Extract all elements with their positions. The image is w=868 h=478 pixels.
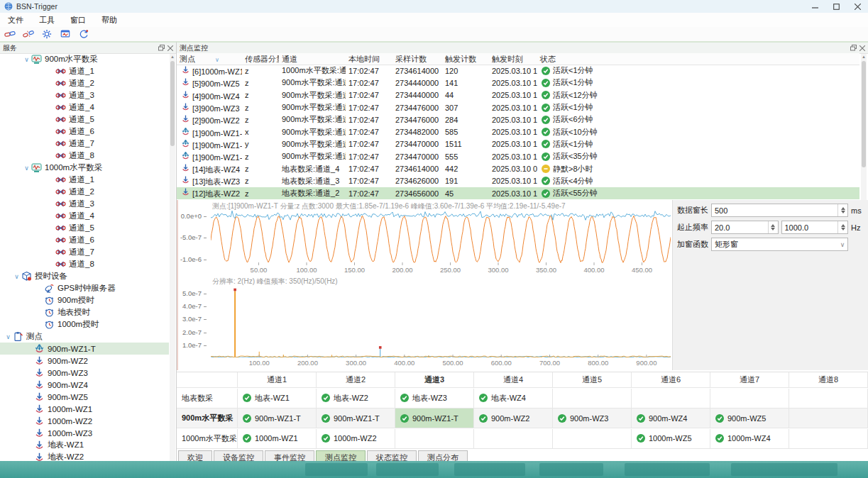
table-row[interactable]: [1]900m-WZ1-Tx900m水平数采:通道_117:02:4727344… [177,126,859,138]
column-header-触发计数[interactable]: 触发计数 [442,54,489,65]
table-row[interactable]: [4]900m-WZ4z900m水平数采:通道_617:02:472734440… [177,89,859,101]
tree-item-通道_8[interactable]: 通道_8 [0,150,169,162]
close-panel-icon[interactable] [167,45,173,51]
tree-item-通道_6[interactable]: 通道_6 [0,234,169,246]
expand-chevron-icon[interactable]: ∨ [22,165,31,172]
table-row[interactable]: [1]900m-WZ1-Tz900m水平数采:通道_317:02:4727344… [177,150,859,162]
grid-column-header-通道2[interactable]: 通道2 [317,372,395,388]
column-header-采样计数[interactable]: 采样计数 [392,54,442,65]
scroll-up-icon[interactable]: ▲ [170,54,175,60]
grid-cell[interactable]: 1000m-WZ5 [632,429,710,449]
scroll-up-icon[interactable]: ▲ [861,54,867,60]
table-row[interactable]: [6]1000m-WZ1z1000m水平数采:通道_117:02:4727346… [177,65,859,77]
grid-cell[interactable]: 900m-WZ3 [553,408,632,428]
table-row[interactable]: [13]地表-WZ3z地表数采:通道_317:02:47273462600019… [177,175,859,187]
tree-item-通道_4[interactable]: 通道_4 [0,210,169,222]
tree-item-通道_7[interactable]: 通道_7 [0,246,169,258]
table-row[interactable]: [2]900m-WZ2z900m水平数采:通道_417:02:472734476… [177,113,859,126]
grid-column-header-通道8[interactable]: 通道8 [789,372,868,388]
grid-cell[interactable]: 900m-WZ5 [710,408,789,428]
float-panel-icon[interactable] [158,45,165,51]
column-header-状态[interactable]: 状态 [537,54,850,65]
spinner-icon[interactable] [768,221,778,233]
tree-item-900m-WZ4[interactable]: 900m-WZ4 [0,379,169,391]
grid-column-header-通道5[interactable]: 通道5 [553,372,632,388]
tree-item-通道_5[interactable]: 通道_5 [0,113,169,126]
tree-item-900m-WZ2[interactable]: 900m-WZ2 [0,355,169,367]
grid-cell[interactable]: 1000m-WZ2 [317,429,395,449]
tree-item-通道_6[interactable]: 通道_6 [0,126,169,138]
grid-cell[interactable] [789,408,868,428]
tree-item-1000m-WZ1[interactable]: 1000m-WZ1 [0,403,169,415]
grid-column-header-通道1[interactable]: 通道1 [238,372,317,388]
menu-item-1[interactable]: 工具 [31,15,62,26]
table-row[interactable]: [12]地表-WZ2z地表数采:通道_217:02:47273465600045… [177,187,859,199]
tree-item-测点[interactable]: ∨测点 [0,330,169,343]
tree-item-通道_1[interactable]: 通道_1 [0,174,169,186]
disconnect-link-button[interactable] [20,28,37,40]
grid-cell[interactable] [789,429,868,449]
close-panel-icon[interactable] [859,45,865,51]
grid-cell[interactable]: 地表-WZ3 [395,389,474,408]
tree-item-授时设备[interactable]: ∨授时设备 [0,270,169,282]
spinner-icon[interactable] [837,204,847,216]
tree-item-GPS时钟服务器[interactable]: GPS时钟服务器 [0,282,169,294]
tree-item-900m-WZ1-T[interactable]: 900m-WZ1-T [0,343,169,355]
param-input[interactable]: 20.0 [711,221,779,234]
grid-column-header-通道3[interactable]: 通道3 [395,372,474,388]
tree-item-通道_3[interactable]: 通道_3 [0,198,169,210]
grid-column-header-通道4[interactable]: 通道4 [474,372,553,388]
grid-cell[interactable]: 地表-WZ4 [474,389,553,408]
grid-cell[interactable]: 1000m-WZ1 [238,429,317,449]
tree-item-地表-WZ2[interactable]: 地表-WZ2 [0,451,169,461]
tree-item-通道_8[interactable]: 通道_8 [0,258,169,270]
tree-item-900m授时[interactable]: 900m授时 [0,294,169,306]
monitor-window-button[interactable] [57,28,74,40]
window-function-select[interactable]: 矩形窗∨ [711,238,848,251]
tree-item-通道_1[interactable]: 通道_1 [0,65,169,77]
tree-scrollbar[interactable]: ▲ [170,54,175,462]
grid-cell[interactable]: 900m-WZ1-T [395,408,474,428]
maximize-button[interactable] [825,0,847,13]
column-header-通道[interactable]: 通道 [279,54,346,65]
grid-cell[interactable] [553,389,632,408]
expand-chevron-icon[interactable]: ∨ [12,273,21,280]
tree-item-通道_5[interactable]: 通道_5 [0,222,169,234]
tree-item-1000m水平数采[interactable]: ∨1000m水平数采 [0,162,169,174]
grid-column-header-通道7[interactable]: 通道7 [710,372,789,388]
tree-item-900m-WZ3[interactable]: 900m-WZ3 [0,367,169,379]
tree-item-通道_4[interactable]: 通道_4 [0,101,169,113]
grid-cell[interactable] [789,389,868,408]
column-header-本地时间[interactable]: 本地时间 [346,54,392,65]
tree-item-通道_2[interactable]: 通道_2 [0,186,169,198]
grid-cell[interactable] [632,389,710,408]
sort-chevron-icon[interactable]: ∨ [215,57,219,63]
grid-cell[interactable] [474,429,553,449]
close-button[interactable] [847,0,868,13]
expand-chevron-icon[interactable]: ∨ [4,333,13,340]
tree-item-地表-WZ1[interactable]: 地表-WZ1 [0,439,169,451]
grid-cell[interactable]: 900m-WZ4 [632,408,710,428]
table-row[interactable]: [14]地表-WZ4z地表数采:通道_417:02:47273461400044… [177,162,859,174]
menu-item-3[interactable]: 帮助 [94,15,125,26]
grid-column-header-通道6[interactable]: 通道6 [632,372,710,388]
grid-cell[interactable]: 地表-WZ2 [317,389,395,408]
minimize-button[interactable] [804,0,825,13]
float-panel-icon[interactable] [850,45,857,51]
grid-cell[interactable] [395,429,474,449]
grid-cell[interactable]: 地表-WZ1 [238,389,317,408]
tree-item-1000m-WZ3[interactable]: 1000m-WZ3 [0,427,169,439]
tree-item-地表授时[interactable]: 地表授时 [0,306,169,318]
table-scrollbar[interactable]: ▲ [861,54,867,200]
tree-item-通道_2[interactable]: 通道_2 [0,77,169,89]
menu-item-0[interactable]: 文件 [0,15,31,26]
expand-chevron-icon[interactable]: ∨ [22,56,31,63]
menu-item-2[interactable]: 窗口 [62,15,94,26]
settings-gear-button[interactable] [38,28,55,40]
tree-item-1000m授时[interactable]: 1000m授时 [0,318,169,330]
tree-item-通道_3[interactable]: 通道_3 [0,89,169,101]
chevron-down-icon[interactable]: ∨ [837,241,847,248]
column-header-传感器分量[interactable]: 传感器分量 [242,54,279,65]
grid-cell[interactable]: 1000m-WZ4 [710,429,789,449]
tree-item-通道_7[interactable]: 通道_7 [0,138,169,150]
